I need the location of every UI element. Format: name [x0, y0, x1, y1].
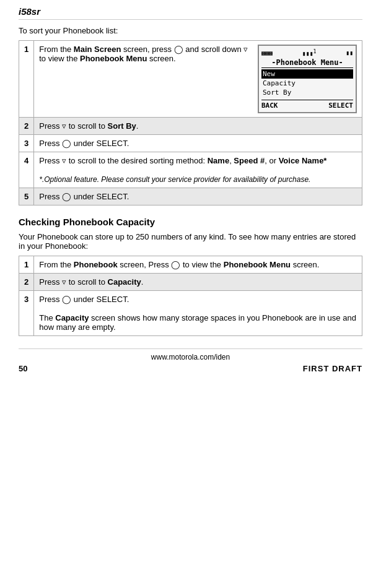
table-row: 5 Press ◯ under SELECT.	[19, 188, 362, 205]
cap-step-number-1: 1	[19, 256, 34, 274]
footer-draft-label: FIRST DRAFT	[303, 364, 362, 373]
step-content-2: Press ▿ to scroll to Sort By.	[34, 118, 362, 135]
select-button-icon3: ◯	[62, 295, 71, 304]
menu-icon: ◯	[174, 45, 183, 54]
logo: i58sr	[19, 6, 40, 17]
select-softkey: SELECT	[328, 102, 353, 110]
phonebook-menu-label2: Phonebook Menu	[224, 260, 291, 269]
scroll-down-icon: ▿	[243, 45, 248, 54]
capacity-intro: Your Phonebook can store up to 250 numbe…	[19, 232, 362, 251]
table-row: 4 Press ▿ to scroll to the desired sorti…	[19, 152, 362, 188]
name-label: Name	[208, 156, 229, 165]
signal-icon: ▩▩▩	[261, 50, 273, 56]
phone-softkeys: BACK SELECT	[261, 100, 353, 110]
table-row: 3 Press ◯ under SELECT. The Capacity scr…	[19, 291, 362, 336]
step-number-2: 2	[19, 118, 34, 135]
sort-steps-table: 1 From the Main Screen screen, press ◯ a…	[19, 40, 362, 205]
capacity-label2: Capacity	[55, 313, 89, 322]
select-button-icon2: ◯	[62, 192, 71, 201]
cap-step-content-3: Press ◯ under SELECT. The Capacity scree…	[34, 291, 362, 336]
phonebook-label: Phonebook	[74, 260, 118, 269]
step-number-3: 3	[19, 135, 34, 152]
step-number-1: 1	[19, 41, 34, 118]
scroll-icon2: ▿	[62, 156, 66, 165]
phone-menu-title: -Phonebook Menu-	[261, 58, 353, 68]
sort-intro: To sort your Phonebook list:	[19, 26, 362, 35]
page-footer: www.motorola.com/iden 50 FIRST DRAFT	[19, 348, 362, 373]
capacity-steps-table: 1 From the Phonebook screen, Press ◯ to …	[19, 256, 362, 336]
capacity-label: Capacity	[108, 277, 141, 287]
step-number-4: 4	[19, 152, 34, 188]
table-row: 1 From the Main Screen screen, press ◯ a…	[19, 41, 362, 118]
step-number-5: 5	[19, 188, 34, 205]
main-screen-label: Main Screen	[74, 45, 121, 54]
capacity-heading: Checking Phonebook Capacity	[19, 217, 362, 227]
table-row: 2 Press ▿ to scroll to Sort By.	[19, 118, 362, 135]
step-content-4: Press ▿ to scroll to the desired sorting…	[34, 152, 362, 188]
cap-step-content-1: From the Phonebook screen, Press ◯ to vi…	[34, 256, 362, 274]
optional-note: *.Optional feature. Please consult your …	[39, 175, 310, 184]
table-row: 1 From the Phonebook screen, Press ◯ to …	[19, 256, 362, 274]
table-row: 2 Press ▿ to scroll to Capacity.	[19, 274, 362, 291]
step-content-3: Press ◯ under SELECT.	[34, 135, 362, 152]
footer-url: www.motorola.com/iden	[19, 353, 362, 361]
step1-text: From the Main Screen screen, press ◯ and…	[39, 45, 258, 63]
phone-item-sortby: Sort By	[261, 88, 353, 97]
footer-page-number: 50	[19, 364, 27, 373]
phone-screen-mockup: ▩▩▩ ▮▮▮1 ▮▮ -Phonebook Menu- New Capacit…	[258, 45, 357, 113]
cap-step-content-2: Press ▿ to scroll to Capacity.	[34, 274, 362, 291]
phone-item-new: New	[261, 69, 353, 79]
sort-by-label: Sort By	[108, 121, 136, 131]
table-row: 3 Press ◯ under SELECT.	[19, 135, 362, 152]
scroll-icon: ▿	[62, 121, 66, 131]
battery-icon: ▮▮▮1	[302, 48, 316, 57]
speed-label: Speed #	[234, 156, 265, 165]
step-content-1: From the Main Screen screen, press ◯ and…	[34, 41, 362, 118]
scroll-icon3: ▿	[62, 277, 66, 287]
select-button-icon: ◯	[62, 139, 71, 148]
menu-icon2: ◯	[171, 260, 180, 269]
battery-icon2: ▮▮	[346, 50, 353, 56]
back-softkey: BACK	[261, 102, 278, 110]
phone-top-icons: ▩▩▩ ▮▮▮1 ▮▮	[261, 48, 353, 57]
cap-step-number-2: 2	[19, 274, 34, 291]
phone-item-capacity: Capacity	[261, 79, 353, 88]
step-content-5: Press ◯ under SELECT.	[34, 188, 362, 205]
page-header: i58sr	[19, 6, 362, 20]
cap-step-number-3: 3	[19, 291, 34, 336]
phonebook-menu-label: Phonebook Menu	[80, 54, 147, 63]
voice-name-label: Voice Name*	[279, 156, 327, 165]
footer-bottom: 50 FIRST DRAFT	[19, 364, 362, 373]
step1-row: From the Main Screen screen, press ◯ and…	[39, 45, 357, 113]
